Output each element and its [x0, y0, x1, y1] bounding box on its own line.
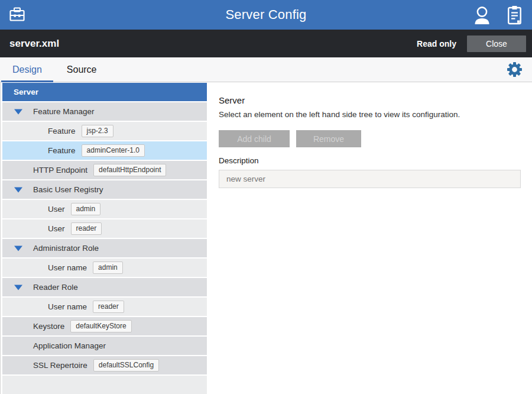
tree-row-badge: reader	[93, 301, 124, 313]
tree-row-badge: admin	[71, 203, 101, 215]
detail-panel: Server Select an element on the left han…	[207, 82, 532, 394]
top-app-bar: Server Config	[0, 0, 532, 30]
config-tree: ServerFeature ManagerFeaturejsp-2.3Featu…	[0, 82, 207, 394]
chevron-down-triangle-icon[interactable]	[14, 285, 22, 290]
tree-row[interactable]: Featurejsp-2.3	[2, 122, 207, 140]
close-button[interactable]: Close	[467, 35, 526, 52]
tree-row[interactable]: Feature Manager	[2, 102, 207, 121]
tree-row-label: Feature Manager	[33, 107, 95, 116]
tree-row-label: SSL Repertoire	[33, 361, 87, 370]
tree-row-label: Reader Role	[33, 283, 78, 292]
tree-row-label: User	[48, 205, 65, 214]
person-icon[interactable]	[473, 5, 491, 25]
main-area: ServerFeature ManagerFeaturejsp-2.3Featu…	[0, 82, 532, 394]
tree-row[interactable]: Useradmin	[2, 200, 207, 218]
tree-row-label: Feature	[48, 127, 76, 135]
tree-row[interactable]: FeatureadminCenter-1.0	[2, 141, 207, 160]
tree-row-badge: defaultHttpEndpoint	[93, 164, 166, 176]
tree-row-label: Keystore	[33, 322, 64, 331]
clipboard-icon[interactable]	[507, 5, 523, 25]
tree-row[interactable]: Server	[2, 83, 207, 101]
tree-row[interactable]: User nameadmin	[2, 259, 207, 277]
tab-source-label: Source	[67, 64, 97, 75]
topbar-actions	[473, 5, 523, 25]
tree-row-label: Application Manager	[33, 341, 106, 350]
remove-button[interactable]: Remove	[296, 130, 361, 147]
tree-row[interactable]: User namereader	[2, 298, 207, 316]
detail-instruction: Select an element on the left hand side …	[219, 110, 521, 119]
server-config-app: Server Config server.xml	[0, 0, 532, 394]
chevron-down-triangle-icon[interactable]	[14, 187, 22, 192]
tree-row-label: User	[48, 224, 65, 233]
tree-row[interactable]: SSL RepertoiredefaultSSLConfig	[2, 356, 207, 374]
tree-row-label: Feature	[48, 146, 76, 155]
tree-row-badge: reader	[71, 222, 102, 235]
readonly-status-label: Read only	[417, 39, 456, 49]
active-tab-underline	[1, 80, 53, 82]
tab-design[interactable]: Design	[0, 57, 54, 82]
tree-row-label: User name	[48, 302, 87, 311]
tree-row[interactable]: Userreader	[2, 219, 207, 238]
tree-row-badge: admin	[93, 261, 123, 274]
description-label: Description	[219, 156, 521, 165]
tree-row-badge: jsp-2.3	[82, 125, 113, 137]
tab-source[interactable]: Source	[54, 57, 109, 82]
tree-row-label: Basic User Registry	[33, 185, 103, 194]
page-title: Server Config	[225, 7, 306, 22]
view-tabbar: Design Source	[0, 57, 532, 82]
settings-gear-icon[interactable]	[507, 57, 523, 82]
tree-row-label: User name	[48, 263, 87, 272]
tab-design-label: Design	[12, 64, 42, 75]
tree-row-label: HTTP Endpoint	[33, 166, 87, 175]
tree-row[interactable]: Administrator Role	[2, 239, 207, 257]
tree-row-badge: defaultSSLConfig	[93, 359, 159, 372]
tree-row[interactable]: Reader Role	[2, 278, 207, 296]
tree-row[interactable]	[2, 376, 207, 394]
tree-row-label: Server	[14, 88, 38, 96]
chevron-down-triangle-icon[interactable]	[14, 246, 22, 251]
tree-row[interactable]: Application Manager	[2, 337, 207, 355]
tree-row-badge: defaultKeyStore	[70, 320, 131, 332]
tree-row[interactable]: HTTP EndpointdefaultHttpEndpoint	[2, 161, 207, 179]
detail-heading: Server	[219, 95, 521, 105]
toolbox-icon[interactable]	[8, 6, 26, 24]
open-file-name: server.xml	[9, 38, 59, 50]
file-bar: server.xml Read only Close	[0, 30, 532, 57]
description-input[interactable]	[219, 170, 521, 188]
tree-row-label: Administrator Role	[33, 244, 99, 253]
add-child-button[interactable]: Add child	[219, 130, 290, 147]
detail-actions: Add child Remove	[219, 130, 521, 147]
tree-row-badge: adminCenter-1.0	[82, 144, 145, 157]
chevron-down-triangle-icon[interactable]	[14, 109, 22, 114]
tree-row[interactable]: Basic User Registry	[2, 180, 207, 199]
tree-row[interactable]: KeystoredefaultKeyStore	[2, 317, 207, 335]
